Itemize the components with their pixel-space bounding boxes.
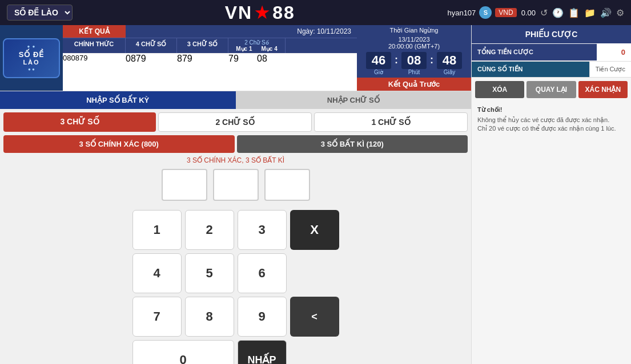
history-icon[interactable]: 📋 [568,7,580,18]
tu-choi-line2: Chỉ 20 vé cược có thể được xác nhận cùng… [477,124,625,133]
header-right: hyan107 S VND 0.00 ↺ 🕐 📋 📁 🔊 ⚙ [447,6,624,19]
col-2chu-header: 2 Chữ Số [244,39,269,46]
results-top: ● ● SỐ ĐỀ LÀO ● ● KẾT QUẢ Ngày: 10/11/20… [0,25,471,91]
tong-tien-value: 0 [597,43,631,61]
countdown-hours: 46 [366,52,391,69]
countdown-section: Thời Gian Ngừng 13/11/2023 20:00:00 (GMT… [357,25,471,91]
key-5[interactable]: 5 [185,253,234,293]
username: hyan107 [447,9,476,17]
tien-cuoc-input[interactable]: Tiền Cược [589,62,631,77]
digit-tabs: 3 CHỮ SỐ 2 CHỮ SỐ 1 CHỮ SỐ [3,112,468,132]
user-info: hyan107 S VND [447,6,516,19]
val-muc2: 08 [257,54,286,64]
countdown-time: 20:00:00 (GMT+7) [357,43,471,50]
phieu-actions: CÙNG SỐ TIỀN Tiền Cược [472,62,631,78]
countdown-date: 13/11/2023 [357,36,471,43]
logo: VN ★ 88 [78,2,441,23]
tab-3-so-chinh-xac[interactable]: 3 SỐ CHÍNH XÁC (800) [3,135,235,153]
key-4[interactable]: 4 [132,253,182,293]
tu-choi-section: Từ chối! Không thể hủy các vé cược đã đư… [472,102,631,138]
ket-qua-label: KẾT QUẢ [63,25,126,38]
giay-label: Giây [444,69,456,75]
logo-vn: VN [225,2,252,23]
right-panel: PHIẾU CƯỢC TỔNG TIỀN CƯỢC 0 CÙNG SỐ TIỀN… [471,25,631,364]
input-tabs: NHẬP SỐ BẤT KỲ NHẬP CHỮ SỐ [0,91,471,109]
tab-2-chu-so[interactable]: 2 CHỮ SỐ [158,112,312,132]
tab-3-so-bat-ki[interactable]: 3 SỐ BẤT KÌ (120) [237,135,468,153]
ket-qua-truoc-btn[interactable]: Kết Quả Trước [357,78,471,91]
game-select[interactable]: SỐ ĐỀ LÀO [7,5,73,21]
tab-3-chu-so[interactable]: 3 CHỮ SỐ [3,112,156,132]
col-3chu-header: 3 CHỮ SỐ [177,38,228,53]
bet-subtitle: 3 SỐ CHÍNH XÁC, 3 SỐ BẤT KÌ [0,156,471,164]
col-4chu-header: 4 CHỮ SỐ [126,38,177,53]
countdown-label: Thời Gian Ngừng [357,25,471,36]
key-0[interactable]: 0 [132,340,234,364]
logo-small-img: ● ● SỐ ĐỀ LÀO ● ● [3,38,60,78]
countdown-seconds: 48 [437,52,462,69]
cung-so-tien-btn[interactable]: CÙNG SỐ TIỀN [472,62,589,77]
left-panel: ● ● SỐ ĐỀ LÀO ● ● KẾT QUẢ Ngày: 10/11/20… [0,25,471,364]
num-boxes [0,169,471,201]
key-7[interactable]: 7 [132,297,182,337]
countdown-minutes: 08 [401,52,427,69]
xac-nhan-button[interactable]: XÁC NHẬN [578,81,628,98]
key-2[interactable]: 2 [185,210,234,250]
num-box-3 [264,169,310,201]
muc1-label: Mục 1 [236,46,252,52]
logo-star-icon: ★ [255,3,270,22]
xoa-button[interactable]: XÓA [475,81,524,98]
key-3[interactable]: 3 [238,210,287,250]
val-4chu: 0879 [126,54,177,64]
tab-1-chu-so[interactable]: 1 CHỮ SỐ [314,112,468,132]
key-1[interactable]: 1 [132,210,182,250]
key-9[interactable]: 9 [238,297,287,337]
bet-type-tabs: 3 SỐ CHÍNH XÁC (800) 3 SỐ BẤT KÌ (120) [3,135,468,153]
key-nhap[interactable]: NHẤP [238,340,287,364]
phieu-cuoc-header: PHIẾU CƯỢC [472,25,631,43]
results-date: Ngày: 10/11/2023 [126,25,357,38]
settings-icon[interactable]: ⚙ [616,7,624,18]
col-chinh-thuc-header: CHÍNH THỨC [63,38,126,53]
tab-nhap-chu-so[interactable]: NHẬP CHỮ SỐ [236,91,472,109]
phieu-buttons: XÓA QUAY LẠI XÁC NHẬN [472,78,631,102]
tu-choi-title: Từ chối! [477,106,625,114]
balance-display: 0.00 [521,9,536,17]
results-bar: ● ● SỐ ĐỀ LÀO ● ● KẾT QUẢ Ngày: 10/11/20… [0,25,471,91]
logo-small: ● ● SỐ ĐỀ LÀO ● ● [0,25,63,91]
logo-88: 88 [272,2,295,23]
header: SỐ ĐỀ LÀO VN ★ 88 hyan107 S VND 0.00 ↺ 🕐… [0,0,631,25]
results-table: KẾT QUẢ Ngày: 10/11/2023 CHÍNH THỨC 4 CH… [63,25,471,91]
clock-icon[interactable]: 🕐 [552,7,564,18]
file-icon[interactable]: 📁 [584,7,596,18]
key-6[interactable]: 6 [238,253,287,293]
tong-tien-label: TỔNG TIỀN CƯỢC [472,44,597,60]
tong-tien-row: TỔNG TIỀN CƯỢC 0 [472,43,631,62]
avatar: S [479,6,492,19]
num-box-2 [213,169,259,201]
key-x[interactable]: X [290,210,339,250]
vnd-badge: VND [495,8,516,17]
muc4-label: Mục 4 [262,46,278,52]
refresh-icon[interactable]: ↺ [540,7,548,18]
keypad: 1 2 3 X 4 5 6 7 8 9 < 0 NHẤP [0,210,471,364]
gio-label: Giờ [374,69,383,75]
val-chinh-thuc: 080879 [63,54,126,64]
sound-icon[interactable]: 🔊 [600,7,612,18]
key-back[interactable]: < [290,297,339,337]
key-8[interactable]: 8 [185,297,234,337]
val-muc1: 79 [228,54,257,64]
main-layout: ● ● SỐ ĐỀ LÀO ● ● KẾT QUẢ Ngày: 10/11/20… [0,25,631,364]
val-3chu: 879 [177,54,228,64]
tu-choi-line1: Không thể hủy các vé cược đã được xác nh… [477,116,625,124]
num-box-1 [162,169,207,201]
quay-lai-button[interactable]: QUAY LẠI [526,81,576,98]
tab-nhap-bat-ky[interactable]: NHẬP SỐ BẤT KỲ [0,91,236,109]
phut-label: Phút [408,69,420,75]
